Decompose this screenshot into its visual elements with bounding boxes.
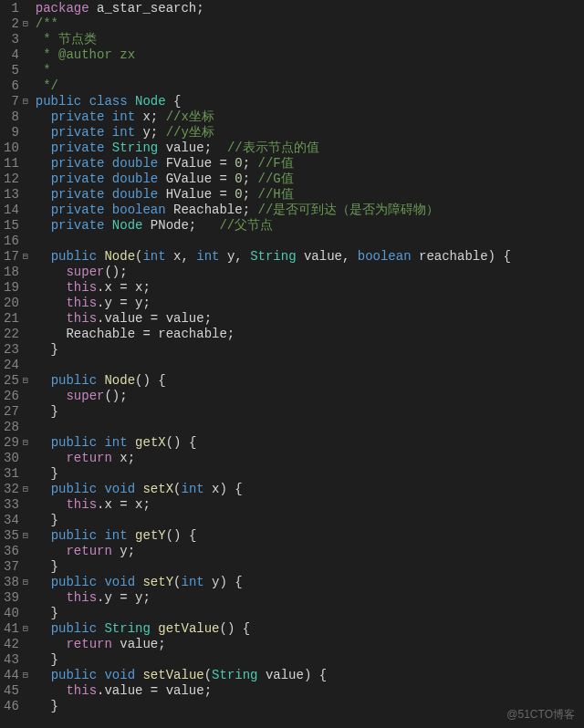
code-line[interactable]: public String getValue() { (36, 621, 584, 637)
code-line[interactable]: this.x = x; (36, 280, 584, 296)
code-line[interactable]: this.y = y; (36, 296, 584, 311)
fold-icon[interactable]: ⊟ (21, 16, 28, 32)
line-number: 40 (4, 606, 28, 621)
code-line[interactable]: } (36, 699, 584, 714)
code-line[interactable]: private double HValue = 0; //H值 (36, 187, 584, 203)
line-number: 28 (4, 420, 28, 435)
code-line[interactable]: } (36, 606, 584, 621)
line-number-text: 26 (4, 389, 19, 404)
line-number-text: 5 (11, 63, 18, 78)
line-number-text: 17 (4, 249, 19, 265)
line-number-text: 10 (4, 140, 19, 156)
fold-icon[interactable]: ⊟ (21, 668, 28, 683)
code-line[interactable]: return y; (36, 544, 584, 559)
code-line[interactable]: * 节点类 (36, 32, 584, 47)
code-line[interactable]: * (36, 63, 584, 78)
line-number-text: 1 (11, 1, 18, 16)
code-line[interactable]: private String value; //表示节点的值 (36, 140, 584, 156)
line-number-text: 11 (4, 156, 19, 172)
line-number: 19 (4, 280, 28, 296)
code-line[interactable]: public int getX() { (36, 435, 584, 451)
line-number: 8 (4, 109, 28, 125)
line-number: 39 (4, 590, 28, 606)
line-number-text: 14 (4, 203, 19, 218)
code-line[interactable]: } (36, 652, 584, 668)
code-line[interactable]: */ (36, 78, 584, 94)
code-line[interactable]: public class Node { (36, 94, 584, 109)
code-line[interactable] (36, 234, 584, 249)
fold-icon[interactable]: ⊟ (21, 94, 28, 109)
fold-icon[interactable]: ⊟ (21, 435, 28, 451)
line-number: 18 (4, 265, 28, 280)
code-line[interactable]: } (36, 342, 584, 358)
line-number-text: 22 (4, 327, 19, 342)
code-line[interactable]: public void setY(int y) { (36, 575, 584, 590)
code-line[interactable]: public void setX(int x) { (36, 482, 584, 497)
line-number: 13 (4, 187, 28, 203)
line-number: 27 (4, 404, 28, 420)
line-number-text: 35 (4, 528, 19, 544)
fold-icon[interactable]: ⊟ (21, 528, 28, 544)
line-number: 6 (4, 78, 28, 94)
code-line[interactable]: private int y; //y坐标 (36, 125, 584, 140)
code-line[interactable] (36, 420, 584, 435)
code-line[interactable]: public int getY() { (36, 528, 584, 544)
line-number-text: 20 (4, 296, 19, 311)
code-line[interactable]: public void setValue(String value) { (36, 668, 584, 683)
line-number-text: 36 (4, 544, 19, 559)
fold-icon[interactable]: ⊟ (21, 575, 28, 590)
code-line[interactable] (36, 358, 584, 373)
line-number: 44⊟ (4, 668, 28, 683)
fold-icon[interactable]: ⊟ (21, 621, 28, 637)
code-line[interactable]: } (36, 513, 584, 528)
code-line[interactable]: Reachable = reachable; (36, 327, 584, 342)
code-line[interactable]: this.y = y; (36, 590, 584, 606)
fold-icon[interactable]: ⊟ (21, 373, 28, 389)
line-number: 4 (4, 47, 28, 63)
code-line[interactable]: /** (36, 16, 584, 32)
line-number: 32⊟ (4, 482, 28, 497)
code-line[interactable]: super(); (36, 265, 584, 280)
code-line[interactable]: private boolean Reachable; //是否可到达（是否为障碍… (36, 203, 584, 218)
code-editor: 12⊟34567⊟891011121314151617⊟181920212223… (0, 0, 584, 728)
code-line[interactable]: private double FValue = 0; //F值 (36, 156, 584, 172)
line-number: 2⊟ (4, 16, 28, 32)
line-number-text: 24 (4, 358, 19, 373)
line-number: 36 (4, 544, 28, 559)
line-number-text: 37 (4, 559, 19, 575)
fold-icon[interactable]: ⊟ (21, 482, 28, 497)
line-number-text: 25 (4, 373, 19, 389)
code-line[interactable]: public Node(int x, int y, String value, … (36, 249, 584, 265)
code-line[interactable]: return x; (36, 451, 584, 466)
line-number: 21 (4, 311, 28, 327)
code-line[interactable]: return value; (36, 637, 584, 652)
code-line[interactable]: * @author zx (36, 47, 584, 63)
code-area[interactable]: package a_star_search;/** * 节点类 * @autho… (32, 0, 584, 728)
line-number-text: 15 (4, 218, 19, 234)
line-number: 35⊟ (4, 528, 28, 544)
code-line[interactable]: package a_star_search; (36, 1, 584, 16)
fold-icon[interactable]: ⊟ (21, 249, 28, 265)
code-line[interactable]: } (36, 404, 584, 420)
code-line[interactable]: private double GValue = 0; //G值 (36, 172, 584, 187)
code-line[interactable]: this.value = value; (36, 311, 584, 327)
code-line[interactable]: private int x; //x坐标 (36, 109, 584, 125)
line-number: 34 (4, 513, 28, 528)
line-number-text: 19 (4, 280, 19, 296)
code-line[interactable]: } (36, 559, 584, 575)
line-number-text: 2 (11, 16, 18, 32)
line-number-text: 7 (11, 94, 18, 109)
line-number: 22 (4, 327, 28, 342)
line-number-text: 42 (4, 637, 19, 652)
code-line[interactable]: this.x = x; (36, 497, 584, 513)
line-number: 43 (4, 652, 28, 668)
line-number: 12 (4, 172, 28, 187)
code-line[interactable]: } (36, 466, 584, 482)
line-number: 20 (4, 296, 28, 311)
code-line[interactable]: super(); (36, 389, 584, 404)
line-number-text: 39 (4, 590, 19, 606)
code-line[interactable]: private Node PNode; //父节点 (36, 218, 584, 234)
code-line[interactable]: public Node() { (36, 373, 584, 389)
code-line[interactable]: this.value = value; (36, 683, 584, 699)
line-number: 10 (4, 140, 28, 156)
